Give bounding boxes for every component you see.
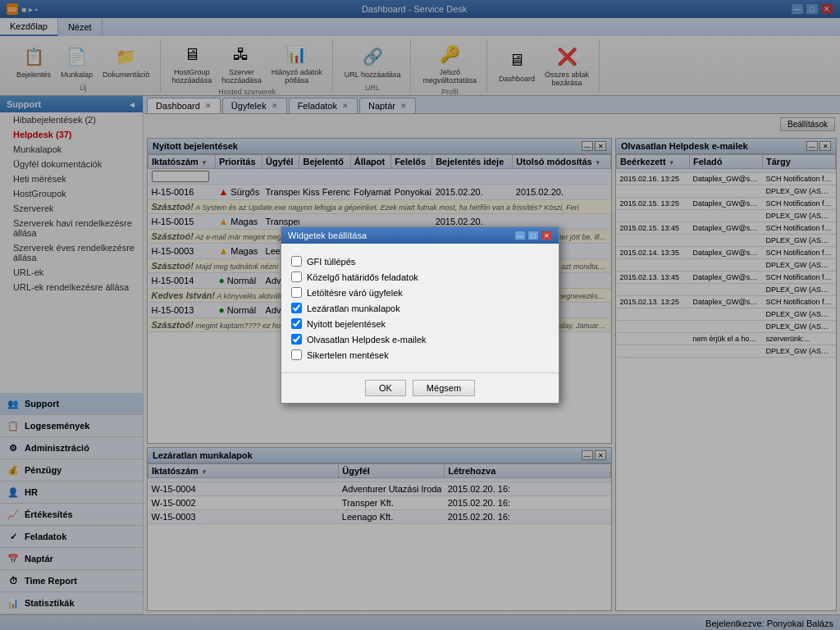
checkbox-lezaratlan-input[interactable] [291, 303, 302, 313]
ok-button[interactable]: OK [365, 380, 406, 396]
checkbox-olvasatlan[interactable]: Olvasatlan Helpdesk e-mailek [291, 331, 549, 347]
widget-settings-modal: Widgetek beállítása — □ ✕ GFI túllépés K… [281, 226, 559, 404]
checkbox-sikertelen[interactable]: Sikertelen mentések [291, 347, 549, 363]
modal-footer: OK Mégsem [281, 372, 559, 403]
modal-title-bar: Widgetek beállítása — □ ✕ [281, 227, 559, 244]
checkbox-lezaratlan[interactable]: Lezáratlan munkalapok [291, 300, 549, 316]
checkbox-letoltesre[interactable]: Letöltésre váró ügyfelek [291, 285, 549, 300]
checkbox-gfi[interactable]: GFI túllépés [291, 253, 549, 269]
checkbox-sikertelen-input[interactable] [291, 349, 302, 360]
modal-body: GFI túllépés Közelgő határidős feladatok… [281, 244, 559, 372]
modal-overlay[interactable]: Widgetek beállítása — □ ✕ GFI túllépés K… [0, 0, 840, 630]
modal-maximize[interactable]: □ [527, 231, 539, 240]
checkbox-nyitott[interactable]: Nyitott bejelentések [291, 316, 549, 331]
modal-close[interactable]: ✕ [541, 231, 552, 240]
checkbox-nyitott-input[interactable] [291, 318, 302, 329]
cancel-button[interactable]: Mégsem [413, 380, 475, 396]
modal-title-controls: — □ ✕ [514, 231, 552, 240]
checkbox-kozelgo-input[interactable] [291, 272, 302, 282]
checkbox-olvasatlan-input[interactable] [291, 334, 302, 345]
checkbox-gfi-input[interactable] [291, 256, 302, 267]
modal-minimize[interactable]: — [514, 231, 526, 240]
checkbox-kozelgo[interactable]: Közelgő határidős feladatok [291, 269, 549, 285]
modal-title: Widgetek beállítása [288, 231, 367, 240]
checkbox-letoltesre-input[interactable] [291, 287, 302, 298]
